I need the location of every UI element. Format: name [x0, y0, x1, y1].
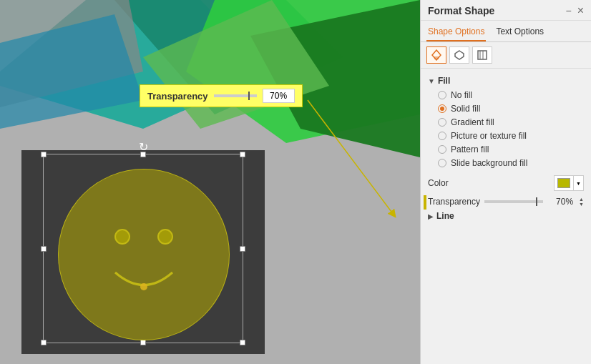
radio-gradient-fill[interactable]: Gradient fill: [438, 117, 584, 127]
fill-icon: [431, 49, 442, 61]
transparency-label: Transparency: [428, 197, 480, 207]
transparency-value: 70%: [547, 197, 573, 207]
svg-rect-11: [434, 56, 439, 59]
radio-picture-fill-label: Picture or texture fill: [451, 131, 527, 141]
svg-point-10: [140, 283, 147, 290]
transparency-increment[interactable]: ▲: [579, 197, 584, 202]
tooltip-label: Transparency: [147, 91, 208, 102]
transparency-slider-thumb: [536, 197, 537, 206]
smiley-shape[interactable]: [58, 169, 230, 340]
size-icon: [477, 49, 488, 61]
panel-header: Format Shape − ×: [421, 0, 591, 21]
size-icon-btn[interactable]: [472, 46, 492, 64]
radio-slide-bg-fill-label: Slide background fill: [451, 158, 527, 168]
radio-pattern-fill-circle[interactable]: [438, 145, 446, 154]
svg-point-8: [115, 230, 130, 244]
radio-slide-bg-fill[interactable]: Slide background fill: [438, 158, 584, 168]
selection-handle-tc[interactable]: [140, 152, 146, 157]
transparency-tooltip: Transparency 70%: [140, 84, 303, 107]
color-label: Color: [428, 178, 449, 188]
transparency-spinner[interactable]: ▲ ▼: [579, 197, 584, 207]
radio-slide-bg-fill-circle[interactable]: [438, 159, 446, 167]
tab-shape-options[interactable]: Shape Options: [426, 24, 486, 41]
color-row: Color ▼: [428, 175, 584, 191]
radio-solid-fill-circle[interactable]: [438, 104, 446, 113]
fill-section-header: ▼ Fill: [428, 76, 584, 86]
svg-marker-12: [455, 51, 464, 59]
panel-tabs: Shape Options Text Options: [421, 21, 591, 42]
radio-picture-fill[interactable]: Picture or texture fill: [438, 131, 584, 141]
tooltip-slider: [214, 94, 257, 97]
radio-pattern-fill[interactable]: Pattern fill: [438, 144, 584, 154]
smiley-svg: [72, 183, 215, 326]
transparency-decrement[interactable]: ▼: [579, 202, 584, 207]
color-swatch: [557, 178, 570, 188]
transparency-row: Transparency 70% ▲ ▼: [428, 197, 584, 207]
radio-no-fill-circle[interactable]: [438, 91, 446, 99]
tooltip-value: 70%: [263, 89, 295, 103]
line-section-title: Line: [436, 211, 454, 221]
selection-handle-mr[interactable]: [240, 246, 245, 252]
background-shapes: [0, 0, 420, 157]
panel-title: Format Shape: [428, 5, 494, 16]
fill-line-icon-btn[interactable]: [426, 46, 446, 64]
selection-handle-tl[interactable]: [41, 152, 47, 157]
selection-handle-bc[interactable]: [140, 340, 146, 345]
radio-solid-fill-label: Solid fill: [451, 104, 480, 114]
line-section: ▶ Line: [428, 211, 584, 221]
svg-rect-13: [478, 51, 487, 59]
radio-gradient-fill-label: Gradient fill: [451, 117, 494, 127]
canvas-area: ↻ Transparency 70%: [0, 0, 420, 364]
color-picker-button[interactable]: [554, 175, 574, 191]
selection-handle-tr[interactable]: [240, 152, 245, 157]
tab-text-options[interactable]: Text Options: [494, 24, 545, 41]
color-dropdown-button[interactable]: ▼: [574, 175, 584, 191]
fill-section-arrow[interactable]: ▼: [428, 77, 435, 85]
selection-handle-br[interactable]: [240, 340, 245, 345]
selection-box[interactable]: ↻: [43, 154, 243, 343]
effects-icon-btn[interactable]: [449, 46, 469, 64]
panel-close-button[interactable]: ×: [577, 4, 584, 17]
fill-options-group: No fill Solid fill Gradient fill Picture…: [438, 90, 584, 168]
radio-no-fill[interactable]: No fill: [438, 90, 584, 100]
format-shape-panel: Format Shape − × Shape Options Text Opti…: [420, 0, 591, 364]
effects-icon: [454, 49, 465, 61]
selection-handle-ml[interactable]: [41, 246, 47, 252]
selection-handle-bl[interactable]: [41, 340, 47, 345]
radio-gradient-fill-circle[interactable]: [438, 118, 446, 127]
line-section-arrow[interactable]: ▶: [428, 212, 434, 220]
transparency-slider[interactable]: [484, 200, 543, 203]
color-picker-container: ▼: [554, 175, 584, 191]
radio-picture-fill-circle[interactable]: [438, 132, 446, 140]
radio-pattern-fill-label: Pattern fill: [451, 144, 489, 154]
panel-body: ▼ Fill No fill Solid fill Gradient fill …: [421, 69, 591, 364]
panel-pin-button[interactable]: −: [565, 5, 571, 16]
radio-solid-fill[interactable]: Solid fill: [438, 104, 584, 114]
color-dropdown-arrow: ▼: [576, 181, 581, 186]
panel-icon-row: [421, 42, 591, 69]
fill-section-title: Fill: [438, 76, 450, 86]
radio-no-fill-label: No fill: [451, 90, 472, 100]
svg-point-9: [158, 230, 172, 244]
